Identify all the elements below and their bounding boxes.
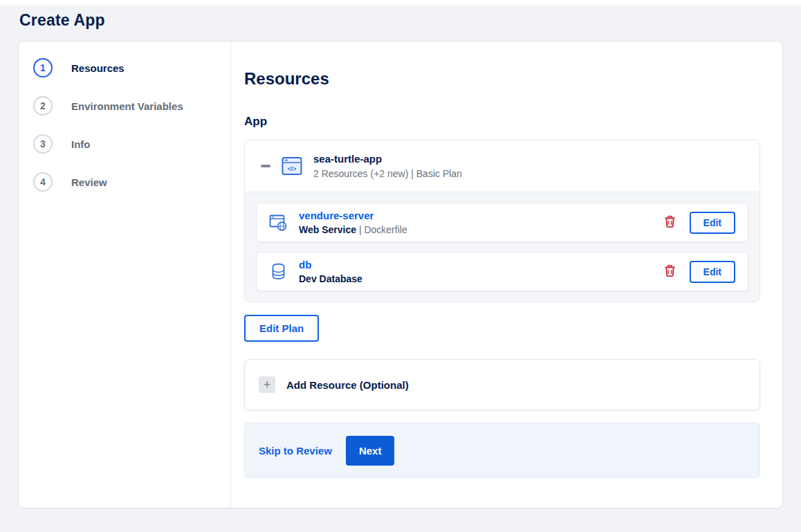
trash-icon [664,215,676,230]
resource-list: vendure-server Web Service | Dockerfile [245,192,759,302]
step-label: Info [71,138,91,150]
resource-detail: | Dockerfile [356,224,407,235]
delete-resource-button[interactable] [664,215,676,230]
minus-icon [261,165,270,167]
collapse-app-button[interactable] [260,160,271,172]
add-resource-label: Add Resource (Optional) [286,379,409,391]
web-service-icon [269,213,288,232]
edit-plan-button[interactable]: Edit Plan [244,315,319,342]
trash-icon [664,264,676,279]
step-number-badge: 4 [33,172,53,192]
app-header-text: sea-turtle-app 2 Resources (+2 new) | Ba… [313,153,462,179]
app-section-label: App [244,115,760,129]
resource-actions: Edit [664,212,735,234]
resource-text: db Dev Database [299,259,362,284]
app-card: </> sea-turtle-app 2 Resources (+2 new) … [244,140,760,302]
step-environment-variables[interactable]: 2 Environment Variables [33,96,230,116]
skip-to-review-link[interactable]: Skip to Review [259,445,332,457]
edit-resource-button[interactable]: Edit [690,212,735,234]
resources-heading: Resources [244,69,760,89]
step-number-badge: 2 [33,96,53,116]
app-window-code-icon: </> [282,156,302,176]
step-label: Review [71,176,107,188]
resource-subtitle: Dev Database [299,273,362,284]
step-number-badge: 1 [33,58,53,77]
steps-sidebar: 1 Resources 2 Environment Variables 3 In… [19,42,231,508]
resource-type: Web Service [299,224,356,235]
resource-row-vendure-server: vendure-server Web Service | Dockerfile [256,203,748,242]
resource-type: Dev Database [299,273,362,284]
page-title: Create App [19,11,801,30]
resource-name-link[interactable]: db [299,259,362,270]
step-label: Environment Variables [71,100,183,112]
app-name: sea-turtle-app [313,153,462,165]
delete-resource-button[interactable] [664,264,676,279]
step-label: Resources [71,62,125,74]
step-review[interactable]: 4 Review [33,172,230,192]
top-strip [0,0,801,6]
resource-name-link[interactable]: vendure-server [299,210,407,221]
resource-text: vendure-server Web Service | Dockerfile [299,210,407,235]
resource-subtitle: Web Service | Dockerfile [299,224,407,235]
plus-icon: + [259,376,275,393]
database-icon [269,262,288,281]
step-info[interactable]: 3 Info [33,134,230,154]
add-resource-button[interactable]: + Add Resource (Optional) [244,359,760,410]
svg-text:</>: </> [288,165,296,172]
step-number-badge: 3 [33,134,53,154]
app-card-header: </> sea-turtle-app 2 Resources (+2 new) … [245,140,759,192]
main-content: Resources App </> sea-turtle-app [231,42,782,508]
wizard-footer: Skip to Review Next [244,423,760,478]
step-resources[interactable]: 1 Resources [33,58,230,77]
edit-resource-button[interactable]: Edit [690,261,735,283]
resource-row-db: db Dev Database [256,252,748,291]
next-button[interactable]: Next [346,436,395,466]
create-app-wizard-card: 1 Resources 2 Environment Variables 3 In… [18,41,783,508]
app-summary: 2 Resources (+2 new) | Basic Plan [313,168,462,179]
resource-actions: Edit [664,261,735,283]
